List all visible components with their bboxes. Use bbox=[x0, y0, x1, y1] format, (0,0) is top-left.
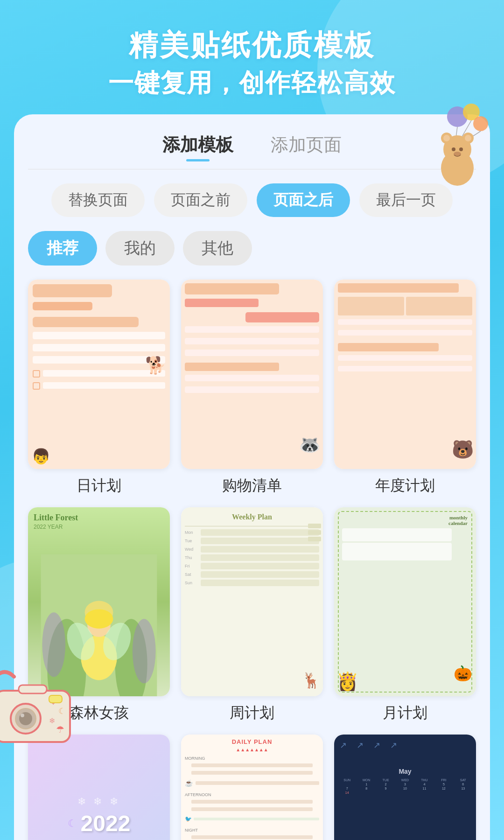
svg-point-9 bbox=[443, 135, 450, 141]
cat-other-btn[interactable]: 其他 bbox=[183, 231, 252, 266]
template-grid: 🐕 👦 日计划 🦝 bbox=[28, 280, 476, 840]
flags-deco: ▲▲▲▲▲▲▲ bbox=[185, 747, 319, 752]
svg-text:☂: ☂ bbox=[56, 724, 64, 735]
before-page-btn[interactable]: 页面之前 bbox=[154, 183, 247, 217]
person-icon: 👦 bbox=[32, 448, 50, 465]
tab-add-page[interactable]: 添加页面 bbox=[271, 133, 342, 161]
night-section: NIGHT bbox=[185, 828, 319, 833]
panda-icon: 🦝 bbox=[299, 434, 321, 455]
corgi-icon: 🐕 bbox=[145, 356, 166, 375]
afternoon-section: AFTERNOON bbox=[185, 792, 319, 797]
template-month-label: 月计划 bbox=[383, 703, 427, 723]
header-title2: 一键复用，创作轻松高效 bbox=[19, 66, 485, 100]
template-2022[interactable]: ❄ ❄ ❄ ☾ 2022 ☂ 🌙 ❄ ❄ ❅ ❆ ❄ ❅ 2022 bbox=[28, 735, 170, 840]
position-row: 替换页面 页面之前 页面之后 最后一页 bbox=[28, 183, 476, 217]
svg-point-23 bbox=[21, 714, 24, 717]
template-week-thumb: Weekly Plan Mon Tue Wed Thu Fri Sat Sun bbox=[181, 507, 323, 696]
bear-decoration bbox=[420, 103, 495, 196]
template-shop[interactable]: 🦝 购物清单 bbox=[181, 280, 323, 496]
svg-point-39 bbox=[85, 609, 113, 629]
forest-year: 2022 YEAR bbox=[34, 524, 63, 530]
svg-point-33 bbox=[133, 619, 156, 683]
svg-point-15 bbox=[445, 160, 453, 167]
template-riji[interactable]: 🐕 👦 日计划 bbox=[28, 280, 170, 496]
camera-decoration: ❄ ☾ ❄ ☂ bbox=[0, 663, 79, 747]
template-daily-thumb: DAILY PLAN ▲▲▲▲▲▲▲ MORNING ☕ AFTERNOON 🐦 bbox=[181, 735, 323, 840]
template-riji-thumb: 🐕 👦 bbox=[28, 280, 170, 469]
bear-icon: 🐻 bbox=[452, 439, 474, 460]
cat-mine-btn[interactable]: 我的 bbox=[105, 231, 175, 266]
deer-icon: 🦌 bbox=[302, 672, 321, 689]
template-year[interactable]: 🐻 年度计划 bbox=[334, 280, 476, 496]
svg-rect-19 bbox=[19, 685, 47, 693]
template-may-thumb: ↗ ↗ ↗ ↗ May SUN MON TUE WED THU FRI SAT … bbox=[334, 735, 476, 840]
svg-text:☾: ☾ bbox=[58, 707, 66, 716]
template-may[interactable]: ↗ ↗ ↗ ↗ May SUN MON TUE WED THU FRI SAT … bbox=[334, 735, 476, 840]
after-page-btn[interactable]: 页面之后 bbox=[257, 183, 350, 217]
header-title1: 精美贴纸优质模板 bbox=[19, 28, 485, 63]
template-shop-label: 购物清单 bbox=[222, 476, 282, 496]
calendar-grid: SUN MON TUE WED THU FRI SAT 1 2 3 4 5 6 bbox=[338, 778, 472, 794]
template-year-label: 年度计划 bbox=[375, 476, 435, 496]
year-2022-text: 2022 bbox=[81, 811, 131, 836]
svg-text:❄: ❄ bbox=[49, 717, 55, 725]
template-shop-thumb: 🦝 bbox=[181, 280, 323, 469]
tab-add-template[interactable]: 添加模板 bbox=[162, 133, 233, 161]
template-month-thumb: monthlycalendar 🎃 👸 bbox=[334, 507, 476, 696]
template-2022-thumb: ❄ ❄ ❄ ☾ 2022 ☂ 🌙 ❄ ❄ ❅ ❆ ❄ ❅ bbox=[28, 735, 170, 840]
tab-divider bbox=[28, 169, 476, 169]
template-daily[interactable]: DAILY PLAN ▲▲▲▲▲▲▲ MORNING ☕ AFTERNOON 🐦 bbox=[181, 735, 323, 840]
template-year-thumb: 🐻 bbox=[334, 280, 476, 469]
svg-point-11 bbox=[465, 135, 471, 141]
template-riji-label: 日计划 bbox=[77, 476, 121, 496]
template-month[interactable]: monthlycalendar 🎃 👸 月计划 bbox=[334, 507, 476, 723]
bird-icon: 🐦 bbox=[185, 816, 192, 822]
template-week-label: 周计划 bbox=[230, 703, 274, 723]
girl-char-icon: 👸 bbox=[336, 671, 358, 692]
snowflakes-deco: ❄ ❄ ❄ bbox=[77, 796, 120, 808]
weekly-plan-title: Weekly Plan bbox=[185, 511, 319, 523]
svg-point-2 bbox=[473, 116, 488, 131]
daily-plan-heading: DAILY PLAN bbox=[185, 738, 319, 745]
svg-point-12 bbox=[452, 147, 455, 151]
template-week[interactable]: Weekly Plan Mon Tue Wed Thu Fri Sat Sun bbox=[181, 507, 323, 723]
cat-recommend-btn[interactable]: 推荐 bbox=[28, 231, 97, 266]
header: 精美贴纸优质模板 一键复用，创作轻松高效 bbox=[0, 0, 504, 114]
forest-title: Little Forest bbox=[34, 513, 78, 523]
morning-section: MORNING bbox=[185, 756, 319, 761]
svg-rect-28 bbox=[49, 695, 62, 703]
svg-point-16 bbox=[462, 160, 469, 167]
coffee-icon: ☕ bbox=[185, 779, 193, 787]
category-row: 推荐 我的 其他 bbox=[28, 231, 476, 266]
replace-page-btn[interactable]: 替换页面 bbox=[51, 183, 145, 217]
may-title-text: May bbox=[338, 768, 472, 775]
main-card: 添加模板 添加页面 替换页面 页面之前 页面之后 最后一页 推荐 我的 其他 bbox=[14, 114, 490, 840]
moon-deco: ☾ bbox=[68, 818, 77, 830]
svg-point-13 bbox=[459, 147, 463, 151]
arrow-deco: ↗ ↗ ↗ ↗ bbox=[338, 738, 472, 752]
pumpkin-icon: 🎃 bbox=[454, 665, 472, 682]
tabs-row: 添加模板 添加页面 bbox=[28, 133, 476, 161]
